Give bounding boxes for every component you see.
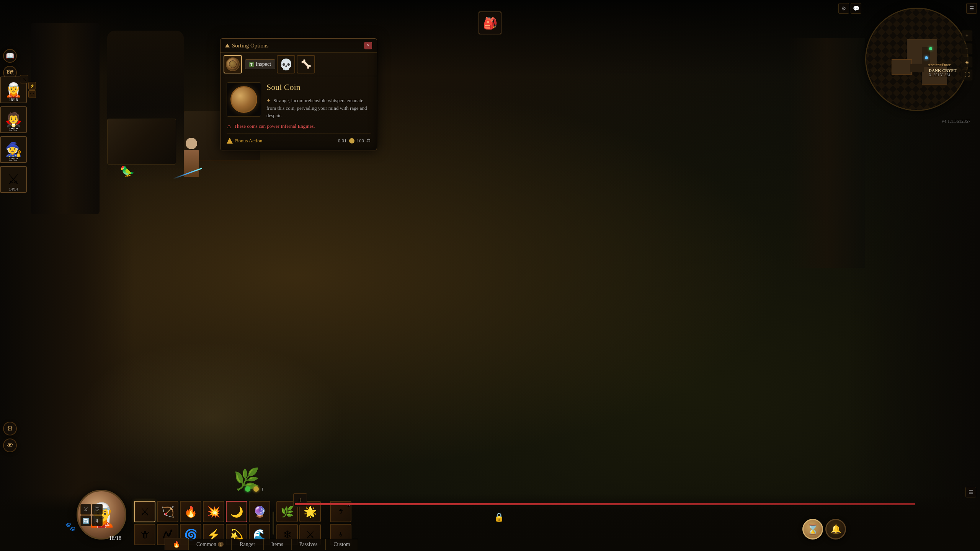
minimap-rotate[interactable]: ◈ <box>962 57 972 67</box>
gold-coin-small <box>349 138 354 143</box>
ability-slot-5[interactable]: 🔥 <box>180 501 201 522</box>
character-sprite <box>168 138 214 191</box>
member4-avatar[interactable]: ⚔ 14/14 <box>0 166 27 193</box>
item-tab-coin[interactable] <box>224 55 242 73</box>
top-bag-area: 🎒 <box>479 11 501 34</box>
minimap-zoom-in[interactable]: + <box>962 31 972 41</box>
tab-common-badge: 1 <box>218 542 224 547</box>
tooltip-close-button[interactable]: × <box>364 42 372 49</box>
ability-icon-7: 💥 <box>207 505 220 518</box>
right-edge-btn-1[interactable]: ☰ <box>965 487 976 497</box>
weight-icon: ⚖ <box>366 138 371 143</box>
item-value-area: 0.01 100 ⚖ <box>338 138 371 144</box>
desc-icon: ✦ <box>266 98 271 103</box>
action-dot-yellow <box>253 486 259 492</box>
inventory-left-button[interactable]: ⚙ <box>3 422 17 435</box>
party-member-4: ⚔ 14/14 <box>0 166 46 193</box>
ability-slot-2[interactable]: 🗡 <box>134 524 155 545</box>
chat-button[interactable]: 💬 <box>851 3 861 14</box>
item-gold-value: 0.01 <box>338 138 347 144</box>
party-member-2: 🧛 17/17 <box>0 106 46 133</box>
minimap-background: Ancient Door DANK CRYPT X: 301 Y: 324 <box>866 9 967 110</box>
corner-buttons: ⚙ 💬 <box>838 3 861 14</box>
inspect-button[interactable]: T Inspect <box>245 59 275 69</box>
ability-icon-13: 🌿 <box>281 505 294 518</box>
menu-button[interactable]: ☰ <box>966 3 977 14</box>
ability-slot-7[interactable]: 💥 <box>203 501 224 522</box>
ability-slot-3[interactable]: 🏹 <box>157 501 178 522</box>
bonus-action-label: Bonus Action <box>227 138 262 144</box>
item-image-area <box>227 82 261 117</box>
ability-slot-9[interactable]: 🌙 <box>226 501 247 522</box>
end-turn-button[interactable]: ⌛ <box>802 519 823 540</box>
member2-avatar[interactable]: 🧛 17/17 <box>0 106 27 133</box>
minimap-zoom-out[interactable]: − <box>962 44 972 54</box>
item-description-text: Strange, incomprehensible whispers emana… <box>266 98 367 118</box>
ability-icon-5: 🔥 <box>184 505 198 518</box>
extra-btn-row: ⌛ 🔔 <box>802 519 846 540</box>
hp-bar-fill <box>295 503 915 505</box>
member1-actions: ⚡ 🛡 <box>28 82 36 98</box>
tab-passives-label: Passives <box>299 541 317 548</box>
character-portrait[interactable]: 🧝 <box>77 490 126 540</box>
camp-button[interactable]: 🔔 <box>825 519 846 540</box>
tab-common-label: Common <box>196 541 216 548</box>
extra-action-buttons: ⌛ 🔔 <box>802 519 846 540</box>
tab-ranger-label: Ranger <box>240 541 255 548</box>
portrait-addon-2[interactable]: 🔄 <box>80 515 91 526</box>
bag-button[interactable]: 🎒 <box>479 11 501 34</box>
character-body <box>184 150 199 177</box>
sorting-options-label: Sorting Options <box>225 42 268 49</box>
party-panel: 🧝 18/18 ⚔ ⚡ 🛡 🧛 17/17 🧙 17/17 ⚔ 14/14 <box>0 77 46 196</box>
bone-tab-icon: 🦴 <box>301 59 311 69</box>
tab-fire[interactable]: 🔥 <box>165 538 188 550</box>
member4-hp: 14/14 <box>1 187 26 191</box>
tab-custom[interactable]: Custom <box>325 539 358 550</box>
item-warning: ⚠ These coins can power Infernal Engines… <box>227 123 371 130</box>
member1-action-2: 🛡 <box>28 90 36 98</box>
ability-separator-1 <box>273 512 274 535</box>
portrait-addon-3[interactable]: 🛡 <box>92 504 103 515</box>
item-tab-bone[interactable]: 🦴 <box>297 55 315 73</box>
tab-items-label: Items <box>271 541 283 548</box>
action-bar: 🐾 🧝 ⚔ 🔄 🛡 ⬇ 18/18 I ⚔ 🗡 🏹 🗲 <box>0 494 980 551</box>
minimap-room-3 <box>892 59 912 75</box>
ability-slot-1[interactable]: ⚔ <box>134 501 155 522</box>
hp-bar-container <box>295 503 915 505</box>
member1-status-icon: ⚔ <box>20 75 28 83</box>
sarcophagus <box>107 119 176 165</box>
tab-common[interactable]: Common 1 <box>188 539 232 550</box>
item-stats-bar: Bonus Action 0.01 100 ⚖ <box>227 134 371 144</box>
item-tab-skull[interactable]: 💀 <box>277 55 295 73</box>
item-coin-image <box>230 86 257 113</box>
minimap-marker <box>929 47 932 50</box>
coin-inner <box>229 60 237 68</box>
character-head <box>186 138 197 149</box>
item-weight-value: 100 <box>357 138 364 144</box>
warning-text: These coins can power Infernal Engines. <box>234 123 315 129</box>
member1-hp: 18/18 <box>1 98 26 102</box>
settings-button[interactable]: ⚙ <box>838 3 849 14</box>
lock-icon[interactable]: 🔒 <box>494 512 504 522</box>
portrait-addon-1[interactable]: ⚔ <box>80 504 91 515</box>
journal-button[interactable]: 📖 <box>3 49 17 63</box>
action-indicators: I <box>245 486 263 492</box>
tab-passives[interactable]: Passives <box>291 539 325 550</box>
minimap-fullscreen[interactable]: ⛶ <box>962 70 972 80</box>
portrait-addon-4[interactable]: ⬇ <box>92 515 103 526</box>
paw-icon: 🐾 <box>65 522 75 532</box>
inspect-key-label: T <box>249 62 254 67</box>
member3-avatar[interactable]: 🧙 17/17 <box>0 136 27 163</box>
sorting-options-text: Sorting Options <box>232 42 268 49</box>
tab-ranger[interactable]: Ranger <box>232 539 263 550</box>
dungeon-name: DANK CRYPT <box>929 68 957 73</box>
item-content-area: Soul Coin ✦ Strange, incomprehensible wh… <box>220 76 377 150</box>
member1-action-1: ⚡ <box>28 82 36 90</box>
ability-slot-11[interactable]: 🔮 <box>249 501 270 522</box>
party-member-1: 🧝 18/18 ⚔ ⚡ 🛡 <box>0 77 46 103</box>
right-edge-buttons: ☰ <box>965 487 976 497</box>
action-count-label: I <box>262 487 263 491</box>
tab-items[interactable]: Items <box>263 539 291 550</box>
minimap-circle: Ancient Door DANK CRYPT X: 301 Y: 324 <box>865 8 969 111</box>
char-sheet-button[interactable]: 👁 <box>3 439 17 452</box>
